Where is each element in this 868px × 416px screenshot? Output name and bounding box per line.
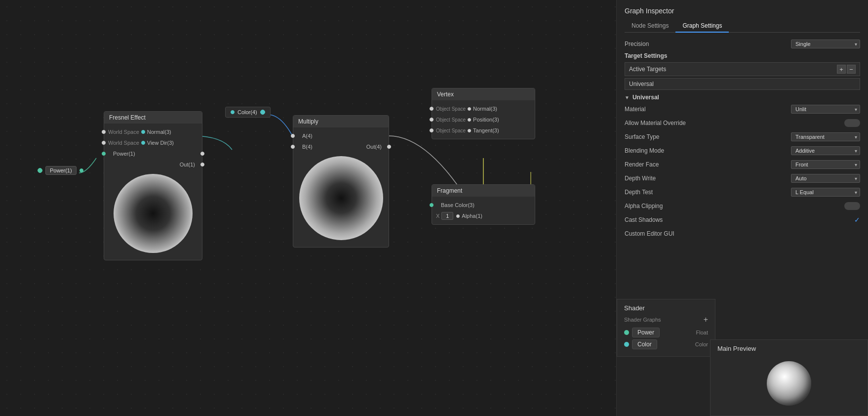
active-targets-row: Active Targets + − <box>625 62 860 76</box>
universal-label: Universal <box>629 81 654 87</box>
blending-mode-row: Blending Mode Additive Alpha <box>625 145 860 156</box>
fresnel-node[interactable]: Fresnel Effect World Space Normal(3) Wor… <box>104 111 202 260</box>
multiply-preview <box>299 156 383 240</box>
depth-write-dropdown[interactable]: Auto Enabled Disabled <box>791 174 860 183</box>
depth-test-dropdown-wrap: L Equal Always Never <box>791 188 860 197</box>
fresnel-worldspace2-label: World Space <box>108 140 139 146</box>
vertex-objectspace1: Object Space <box>436 106 466 112</box>
fresnel-node-header: Fresnel Effect <box>104 112 202 124</box>
fragment-basecolor-in[interactable] <box>430 203 434 207</box>
render-face-label: Render Face <box>625 161 684 168</box>
fresnel-viewdir-port[interactable] <box>141 141 145 145</box>
power-dot[interactable] <box>38 168 42 173</box>
multiply-a-label: A(4) <box>302 133 313 139</box>
alpha-x-value[interactable]: 1 <box>441 212 453 220</box>
multiply-node[interactable]: Multiply A(4) B(4) Out(4) <box>293 115 389 248</box>
surface-type-label: Surface Type <box>625 133 684 140</box>
power-property: Power <box>624 328 660 337</box>
shader-panel: Shader Shader Graphs + Power Float Color… <box>617 299 715 357</box>
panel-title: Graph Inspector <box>625 7 860 15</box>
color-prop-label[interactable]: Color <box>632 339 657 349</box>
custom-editor-label: Custom Editor GUI <box>625 230 684 237</box>
cast-shadows-label: Cast Shadows <box>625 216 684 223</box>
add-target-btn[interactable]: + <box>837 65 846 74</box>
fresnel-viewdir-in-port[interactable] <box>102 141 106 145</box>
fresnel-normal-label: Normal(3) <box>147 129 171 135</box>
vertex-pos-label: Position(3) <box>473 117 499 123</box>
multiply-a-in[interactable] <box>291 134 295 138</box>
property-power-row: Power Float <box>624 328 708 337</box>
render-face-dropdown[interactable]: Front Back Both <box>791 160 860 169</box>
vertex-normal-port[interactable] <box>468 107 471 111</box>
power-out-port[interactable] <box>79 168 83 172</box>
fresnel-out-port[interactable] <box>200 152 204 156</box>
vertex-node[interactable]: Vertex Object Space Normal(3) Object Spa… <box>432 88 535 139</box>
precision-dropdown[interactable]: Single Half <box>791 40 860 48</box>
tab-node-settings[interactable]: Node Settings <box>625 20 675 33</box>
precision-row: Precision Single Half <box>625 39 860 49</box>
depth-test-dropdown[interactable]: L Equal Always Never <box>791 188 860 197</box>
vertex-pos-in[interactable] <box>430 118 434 122</box>
vertex-objectspace3: Object Space <box>436 128 466 133</box>
alpha-clipping-row: Alpha Clipping <box>625 201 860 211</box>
remove-target-btn[interactable]: − <box>847 65 856 74</box>
fragment-alpha-port[interactable] <box>456 214 460 218</box>
canvas-area[interactable]: Fresnel Effect World Space Normal(3) Wor… <box>0 0 616 416</box>
power-prop-type: Float <box>696 330 708 335</box>
vertex-normal-in[interactable] <box>430 107 434 111</box>
power-input-node[interactable]: Power(1) <box>38 166 83 175</box>
fresnel-normal-port[interactable] <box>141 130 145 134</box>
color-prop-type: Color <box>695 341 708 347</box>
depth-write-label: Depth Write <box>625 175 684 182</box>
render-face-row: Render Face Front Back Both <box>625 159 860 170</box>
color-out-port[interactable] <box>231 110 235 114</box>
material-dropdown[interactable]: Unlit Lit <box>791 105 860 114</box>
shader-title: Shader <box>624 304 708 312</box>
color-property: Color <box>624 339 657 349</box>
fresnel-normal-in-port[interactable] <box>102 130 106 134</box>
render-face-dropdown-wrap: Front Back Both <box>791 160 860 169</box>
multiply-out-port[interactable] <box>387 145 391 149</box>
material-label: Material <box>625 106 684 113</box>
multiply-b-in[interactable] <box>291 145 295 149</box>
depth-test-label: Depth Test <box>625 189 684 196</box>
fresnel-power-in-port[interactable] <box>102 152 106 156</box>
blending-mode-dropdown[interactable]: Additive Alpha <box>791 146 860 155</box>
add-shader-graph-btn[interactable]: + <box>704 316 708 324</box>
custom-editor-row: Custom Editor GUI <box>625 228 860 239</box>
color-label: Color(4) <box>237 109 257 115</box>
material-row: Material Unlit Lit <box>625 104 860 115</box>
blending-mode-label: Blending Mode <box>625 147 684 154</box>
allow-material-label: Allow Material Override <box>625 120 686 126</box>
fragment-node[interactable]: Fragment Base Color(3) X 1 Alpha(1) <box>432 184 535 225</box>
shader-graphs-label: Shader Graphs <box>624 317 661 323</box>
surface-type-dropdown[interactable]: Transparent Opaque <box>791 132 860 141</box>
allow-material-toggle[interactable] <box>844 119 860 127</box>
power-prop-label[interactable]: Power <box>632 328 660 337</box>
tab-graph-settings[interactable]: Graph Settings <box>675 20 729 33</box>
blending-mode-dropdown-wrap: Additive Alpha <box>791 146 860 155</box>
preview-container <box>717 356 861 411</box>
color-port2[interactable] <box>260 110 265 115</box>
depth-write-row: Depth Write Auto Enabled Disabled <box>625 173 860 184</box>
section-universal-label: Universal <box>632 94 659 101</box>
vertex-objectspace2: Object Space <box>436 117 466 123</box>
color-node[interactable]: Color(4) <box>225 107 271 118</box>
preview-sphere <box>767 361 811 406</box>
power-prop-dot <box>624 330 629 335</box>
vertex-tang-in[interactable] <box>430 128 434 132</box>
vertex-tang-label: Tangent(3) <box>473 127 499 133</box>
fresnel-power-label: Power(1) <box>113 151 135 157</box>
vertex-pos-port[interactable] <box>468 118 471 122</box>
active-targets-label: Active Targets <box>629 66 666 73</box>
fresnel-viewdir-label: View Dir(3) <box>147 140 174 146</box>
section-header-universal: ▼ Universal <box>625 94 860 101</box>
multiply-out-label: Out(4) <box>366 144 382 150</box>
graph-inspector: Graph Inspector Node Settings Graph Sett… <box>617 0 868 242</box>
alpha-clipping-toggle[interactable] <box>844 202 860 210</box>
cast-shadows-check[interactable]: ✓ <box>854 216 860 224</box>
vertex-tang-port[interactable] <box>468 129 471 132</box>
target-settings-label: Target Settings <box>625 52 860 59</box>
fresnel-out2-port[interactable] <box>200 163 204 166</box>
multiply-b-label: B(4) <box>302 144 313 150</box>
